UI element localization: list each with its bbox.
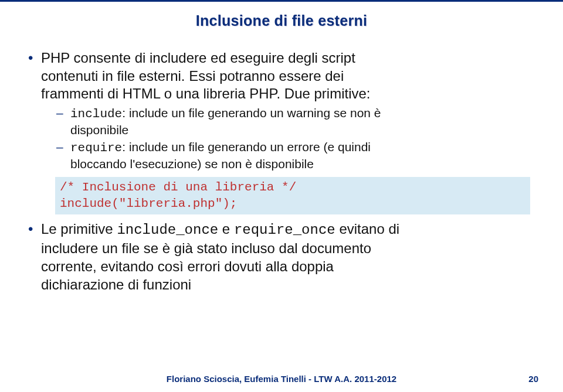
sub2-r2: bloccando l'esecuzione) se non è disponi… bbox=[70, 157, 314, 171]
b2-l4: dichiarazione di funzioni bbox=[41, 277, 191, 292]
b2-kw1: include_once bbox=[117, 222, 218, 238]
bullet-list: PHP consente di includere ed eseguire de… bbox=[26, 49, 537, 294]
sub2-r1: : include un file generando un errore (e… bbox=[122, 140, 371, 154]
slide-title: Inclusione di file esterni bbox=[26, 12, 537, 29]
sub2-keyword: require bbox=[70, 141, 122, 155]
sub1-keyword: include bbox=[70, 107, 122, 121]
b2-post1: evitano di bbox=[335, 221, 399, 237]
sub-2: require: include un file generando un er… bbox=[56, 139, 537, 172]
sub-list: include: include un file generando un wa… bbox=[41, 105, 537, 172]
b1-l1: PHP consente di includere ed eseguire de… bbox=[41, 50, 355, 66]
b2-pre: Le primitive bbox=[41, 221, 117, 237]
b2-mid: e bbox=[218, 221, 234, 237]
sub1-r1: : include un file generando un warning s… bbox=[122, 106, 381, 120]
sub1-r2: disponibile bbox=[70, 123, 128, 137]
code-line-2: include("libreria.php"); bbox=[60, 196, 525, 212]
code-line-1: /* Inclusione di una libreria */ bbox=[60, 179, 525, 196]
footer-text: Floriano Scioscia, Eufemia Tinelli - LTW… bbox=[0, 374, 563, 384]
bullet-1: PHP consente di includere ed eseguire de… bbox=[26, 49, 537, 214]
sub-1: include: include un file generando un wa… bbox=[56, 105, 537, 138]
bullet-2: Le primitive include_once e require_once… bbox=[26, 220, 537, 294]
b1-l2: contenuti in file esterni. Essi potranno… bbox=[41, 68, 344, 84]
page-number: 20 bbox=[528, 374, 538, 384]
code-block: /* Inclusione di una libreria */ include… bbox=[55, 177, 530, 215]
b2-l3: corrente, evitando così errori dovuti al… bbox=[41, 258, 334, 274]
b2-l2: includere un file se è già stato incluso… bbox=[41, 240, 371, 256]
b2-kw2: require_once bbox=[234, 222, 335, 238]
b1-l3: frammenti di HTML o una libreria PHP. Du… bbox=[41, 86, 371, 101]
